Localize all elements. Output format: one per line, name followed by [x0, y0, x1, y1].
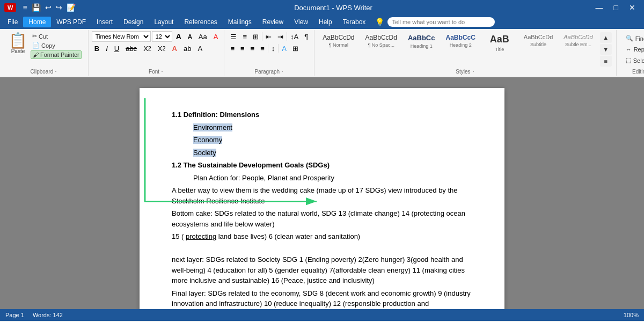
borders-button[interactable]: ⊞	[290, 43, 301, 54]
style-subtle-em[interactable]: AaBbCcDd Subtle Em...	[559, 31, 597, 50]
editing-group: 🔍 Find ▼ ↔ Replace ⬚ Select - Editing	[617, 30, 644, 76]
editing-controls: 🔍 Find ▼ ↔ Replace ⬚ Select -	[620, 31, 644, 68]
menu-terabox[interactable]: Terabox	[338, 17, 371, 27]
shrink-font-button[interactable]: A	[185, 31, 195, 42]
bold-button[interactable]: B	[92, 43, 102, 54]
menu-design[interactable]: Design	[118, 17, 149, 27]
format-painter-button[interactable]: 🖌 Format Painter	[31, 50, 82, 59]
paste-icon: 📋	[9, 33, 27, 48]
grow-font-button[interactable]: A	[173, 31, 184, 42]
document-text: 1.1 Definition: Dimensions Environment E…	[172, 109, 472, 309]
styles-up-button[interactable]: ▲	[600, 32, 612, 43]
paste-button[interactable]: 📋 Paste	[6, 32, 30, 55]
pilcrow-button[interactable]: ¶	[302, 31, 311, 42]
style-heading1[interactable]: AaBbCc Heading 1	[403, 31, 440, 52]
styles-content: AaBbCcDd ¶ Normal AaBbCcDd ¶ No Spac... …	[318, 31, 613, 68]
style-no-space-preview: AaBbCcDd	[365, 34, 397, 41]
shading-button[interactable]: A	[279, 43, 289, 54]
font-size-select[interactable]: 12	[152, 31, 172, 42]
menu-insert[interactable]: Insert	[91, 17, 118, 27]
superscript-button[interactable]: X2	[155, 43, 169, 54]
close-button[interactable]: ✕	[625, 2, 640, 13]
title-bar-controls[interactable]: — □ ✕	[591, 2, 640, 13]
clipboard-col: 📋 Paste ✂ Cut 📄 Copy	[3, 31, 85, 60]
style-title[interactable]: AaB Title	[481, 31, 518, 55]
align-center-button[interactable]: ≡	[238, 43, 247, 54]
zoom-level: 100%	[624, 312, 639, 318]
find-button[interactable]: 🔍 Find ▼	[622, 33, 644, 43]
style-heading1-preview: AaBbCc	[408, 34, 435, 42]
font-label: Font ⬝	[92, 69, 221, 75]
style-heading2-preview: AaBbCcC	[445, 34, 475, 41]
style-heading2[interactable]: AaBbCcC Heading 2	[441, 31, 480, 50]
font-expand-icon[interactable]: ⬝	[160, 69, 164, 75]
decrease-indent-button[interactable]: ⇤	[263, 31, 274, 42]
line-spacing-button[interactable]: ↕	[269, 43, 278, 54]
bullets-button[interactable]: ☰	[228, 31, 239, 42]
strikethrough-button[interactable]: abc	[123, 43, 140, 54]
cut-copy-col: ✂ Cut 📄 Copy 🖌 Format Painter	[31, 32, 82, 59]
clear-format-button[interactable]: A	[211, 31, 221, 42]
society-text: Society	[193, 149, 216, 157]
menu-wpspdf[interactable]: WPS PDF	[51, 17, 91, 27]
editing-label: Editing	[620, 69, 644, 75]
replace-icon: ↔	[626, 46, 632, 53]
align-left-button[interactable]: ≡	[228, 43, 237, 54]
subscript-button[interactable]: X2	[141, 43, 154, 54]
style-subtle-em-label: Subtle Em...	[565, 42, 591, 47]
search-input[interactable]	[387, 17, 495, 27]
menu-view[interactable]: View	[289, 17, 313, 27]
clipboard-group: 📋 Paste ✂ Cut 📄 Copy	[0, 30, 89, 76]
underline-button[interactable]: U	[112, 43, 122, 54]
numbering-button[interactable]: ≡	[240, 31, 250, 42]
styles-expand-icon[interactable]: ⬝	[472, 69, 475, 75]
font-family-select[interactable]: Times New Rom	[92, 31, 151, 42]
menu-bar: File Home WPS PDF Insert Design Layout R…	[0, 15, 644, 29]
highlight-button[interactable]: ab	[181, 43, 194, 54]
para-controls: ☰ ≡ ⊞ ⇤ ⇥ ↕A ¶ ≡ ≡ ≡ ≡	[228, 31, 311, 54]
styles-more-button[interactable]: ≡	[600, 56, 612, 67]
menu-review[interactable]: Review	[257, 17, 289, 27]
style-subtitle[interactable]: AaBbCcDd Subtitle	[519, 31, 558, 50]
minimize-button[interactable]: —	[591, 2, 608, 13]
font-color-button[interactable]: A	[170, 43, 180, 54]
increase-indent-button[interactable]: ⇥	[275, 31, 286, 42]
ribbon: 📋 Paste ✂ Cut 📄 Copy	[0, 29, 644, 77]
title-bar-title: Document1 - WPS Writer	[76, 4, 591, 12]
ribbon-content: 📋 Paste ✂ Cut 📄 Copy	[0, 29, 644, 77]
style-no-space[interactable]: AaBbCcDd ¶ No Spac...	[361, 31, 402, 50]
multilevel-button[interactable]: ⊞	[250, 31, 261, 42]
change-case-button[interactable]: Aa	[196, 31, 210, 42]
copy-button[interactable]: 📄 Copy	[31, 41, 82, 49]
society-item: Society	[172, 148, 472, 158]
style-heading1-label: Heading 1	[411, 43, 433, 49]
styles-group: AaBbCcDd ¶ Normal AaBbCcDd ¶ No Spac... …	[314, 30, 617, 76]
replace-button[interactable]: ↔ Replace	[622, 45, 644, 54]
style-normal[interactable]: AaBbCcDd ¶ Normal	[318, 31, 359, 50]
select-label: Select -	[633, 57, 644, 64]
menu-mailings[interactable]: Mailings	[223, 17, 257, 27]
document-area: 1.1 Definition: Dimensions Environment E…	[0, 77, 644, 309]
menu-references[interactable]: References	[179, 17, 222, 27]
menu-layout[interactable]: Layout	[149, 17, 179, 27]
clipboard-expand-icon[interactable]: ⬝	[54, 69, 57, 75]
paragraph-expand-icon[interactable]: ⬝	[281, 69, 284, 75]
sort-button[interactable]: ↕A	[288, 31, 301, 42]
font-row-2: B I U abc X2 X2 A ab A	[92, 43, 221, 54]
menu-file[interactable]: File	[2, 17, 23, 27]
menu-home[interactable]: Home	[23, 17, 51, 27]
cut-button[interactable]: ✂ Cut	[31, 32, 82, 40]
justify-button[interactable]: ≡	[258, 43, 267, 54]
align-right-button[interactable]: ≡	[248, 43, 258, 54]
protecting-underlined: protecting	[186, 232, 216, 240]
menu-help[interactable]: Help	[313, 17, 338, 27]
para-row-2: ≡ ≡ ≡ ≡ ↕ A ⊞	[228, 43, 311, 54]
italic-button[interactable]: I	[103, 43, 111, 54]
select-icon: ⬚	[626, 57, 631, 64]
economy-item: Economy	[172, 135, 472, 145]
clipboard-content: 📋 Paste ✂ Cut 📄 Copy	[3, 31, 85, 68]
text-color-button[interactable]: A	[195, 43, 205, 54]
styles-down-button[interactable]: ▼	[600, 44, 612, 55]
maximize-button[interactable]: □	[610, 2, 623, 13]
select-button[interactable]: ⬚ Select -	[622, 55, 644, 65]
